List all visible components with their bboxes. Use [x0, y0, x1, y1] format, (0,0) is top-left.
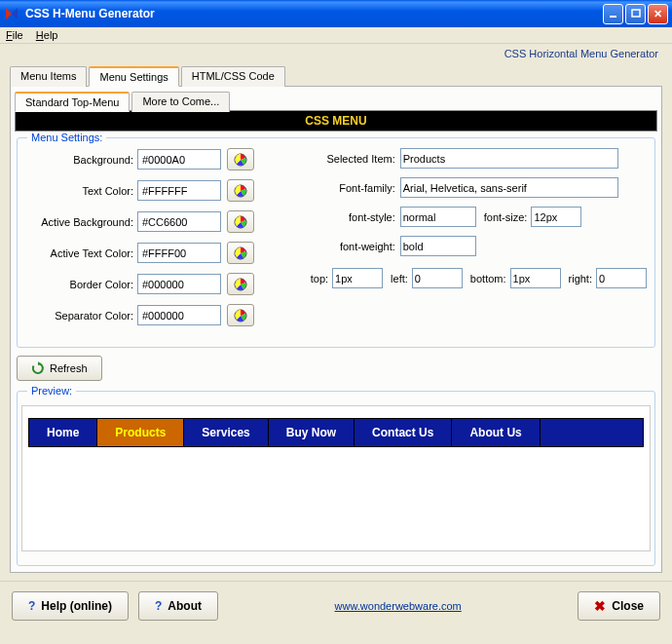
tab-menu-items[interactable]: Menu Items	[10, 66, 87, 87]
label-border: Border Color:	[25, 279, 137, 290]
preview-item-products[interactable]: Products	[97, 419, 184, 446]
label-font-size: font-size:	[484, 211, 528, 223]
minimize-button[interactable]	[603, 4, 623, 24]
subtab-more[interactable]: More to Come...	[131, 92, 230, 112]
subtab-standard[interactable]: Standard Top-Menu	[15, 92, 130, 112]
help-icon: ?	[28, 599, 35, 613]
label-font-family: Font-family:	[311, 182, 400, 194]
title-bar: CSS H-Menu Generator ✕	[0, 0, 672, 27]
close-window-button[interactable]: ✕	[648, 4, 668, 24]
page-description: CSS Horizontal Menu Generator	[0, 44, 672, 65]
about-button[interactable]: ?About	[138, 591, 218, 621]
padding-top-select[interactable]: 1px	[332, 268, 383, 288]
selected-item-select[interactable]: Products	[400, 148, 618, 169]
separator-color-picker[interactable]	[227, 304, 254, 326]
app-icon	[4, 6, 19, 21]
preview-legend: Preview:	[27, 385, 76, 397]
tab-menu-settings[interactable]: Menu Settings	[89, 66, 178, 87]
text-color-picker[interactable]	[227, 179, 254, 202]
menu-bar: File Help	[0, 27, 672, 44]
label-separator: Separator Color:	[25, 310, 137, 322]
padding-right-select[interactable]: 0	[596, 268, 647, 288]
padding-left-select[interactable]: 0	[412, 268, 463, 288]
preview-item-buynow[interactable]: Buy Now	[269, 419, 355, 446]
menu-file[interactable]: File	[6, 29, 23, 41]
window-title: CSS H-Menu Generator	[25, 7, 603, 20]
label-top: top:	[311, 273, 328, 284]
help-online-button[interactable]: ?Help (online)	[12, 591, 129, 621]
label-active-bg: Active Background:	[25, 216, 137, 228]
about-icon: ?	[155, 599, 162, 613]
preview-group: Preview: Home Products Services Buy Now …	[17, 391, 655, 566]
css-menu-banner: CSS MENU	[15, 110, 657, 132]
border-color-input[interactable]	[137, 274, 221, 294]
text-color-input[interactable]	[137, 180, 221, 201]
preview-item-home[interactable]: Home	[29, 419, 97, 446]
preview-item-about[interactable]: About Us	[452, 419, 540, 446]
preview-item-services[interactable]: Services	[184, 419, 268, 446]
font-size-select[interactable]: 12px	[531, 207, 581, 227]
preview-menu: Home Products Services Buy Now Contact U…	[28, 418, 644, 447]
label-background: Background:	[25, 154, 137, 166]
separator-color-input[interactable]	[137, 305, 221, 325]
background-input[interactable]	[137, 149, 221, 170]
label-font-style: font-style:	[311, 211, 400, 223]
website-link[interactable]: www.wonderwebware.com	[228, 600, 568, 612]
maximize-button[interactable]	[625, 4, 646, 24]
label-bottom: bottom:	[470, 273, 506, 284]
font-weight-select[interactable]: bold	[400, 236, 476, 256]
preview-item-contact[interactable]: Contact Us	[355, 419, 452, 446]
background-color-picker[interactable]	[227, 148, 254, 170]
active-bg-color-picker[interactable]	[227, 210, 254, 233]
active-text-input[interactable]	[137, 243, 221, 263]
tab-html-css[interactable]: HTML/CSS Code	[181, 66, 285, 87]
menu-settings-group: Menu Settings: Background: Text Color: A…	[17, 137, 655, 348]
close-button[interactable]: ✖Close	[578, 591, 660, 621]
label-text-color: Text Color:	[25, 185, 137, 197]
svg-rect-0	[610, 16, 616, 18]
footer: ?Help (online) ?About www.wonderwebware.…	[0, 581, 672, 630]
menu-settings-legend: Menu Settings:	[27, 132, 106, 143]
menu-help[interactable]: Help	[36, 29, 58, 41]
label-right: right:	[569, 273, 592, 284]
refresh-button[interactable]: Refresh	[17, 356, 102, 381]
font-style-select[interactable]: normal	[400, 207, 476, 227]
label-selected: Selected Item:	[311, 153, 400, 165]
padding-bottom-select[interactable]: 1px	[510, 268, 561, 288]
label-active-text: Active Text Color:	[25, 247, 137, 259]
active-text-color-picker[interactable]	[227, 242, 254, 264]
label-font-weight: font-weight:	[311, 241, 400, 252]
font-family-select[interactable]: Arial, Helvetica, sans-serif	[400, 177, 618, 198]
border-color-picker[interactable]	[227, 273, 254, 295]
svg-rect-1	[632, 10, 640, 17]
refresh-icon	[31, 361, 45, 375]
close-icon: ✖	[594, 598, 606, 614]
label-left: left:	[391, 273, 408, 284]
active-bg-input[interactable]	[137, 211, 221, 232]
